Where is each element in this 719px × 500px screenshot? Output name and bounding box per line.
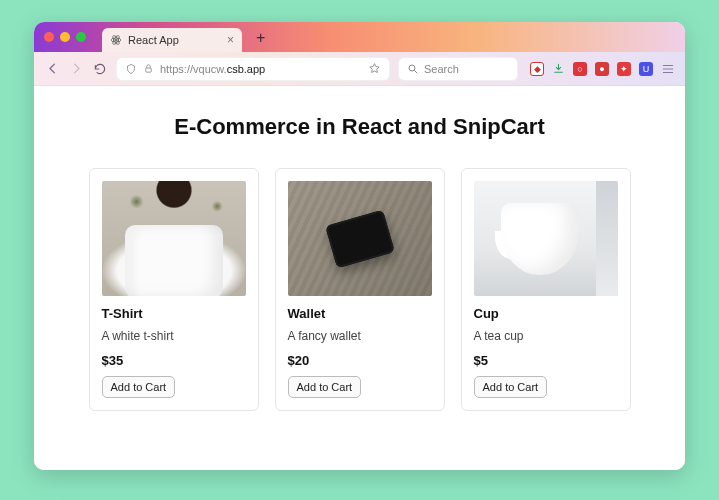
address-bar[interactable]: https://vqucw.csb.app xyxy=(116,57,390,81)
forward-button[interactable] xyxy=(68,61,84,77)
menu-icon[interactable] xyxy=(661,62,675,76)
product-image xyxy=(102,181,246,296)
react-favicon-icon xyxy=(110,34,122,46)
extensions: ◆ ○ ● ✦ U xyxy=(526,62,675,76)
product-name: Cup xyxy=(474,306,618,321)
new-tab-button[interactable]: + xyxy=(256,29,265,47)
product-price: $20 xyxy=(288,353,432,368)
page-title: E-Commerce in React and SnipCart xyxy=(174,114,544,140)
product-price: $35 xyxy=(102,353,246,368)
tab-title: React App xyxy=(128,34,179,46)
browser-tab[interactable]: React App × xyxy=(102,28,242,52)
svg-point-0 xyxy=(115,39,117,41)
adblock-icon[interactable]: ✦ xyxy=(617,62,631,76)
product-card: T-Shirt A white t-shirt $35 Add to Cart xyxy=(89,168,259,411)
product-card: Cup A tea cup $5 Add to Cart xyxy=(461,168,631,411)
add-to-cart-button[interactable]: Add to Cart xyxy=(102,376,176,398)
product-name: Wallet xyxy=(288,306,432,321)
titlebar: React App × + xyxy=(34,22,685,52)
add-to-cart-button[interactable]: Add to Cart xyxy=(288,376,362,398)
search-icon xyxy=(407,63,419,75)
download-icon[interactable] xyxy=(552,62,565,75)
extension-icon[interactable]: ○ xyxy=(573,62,587,76)
add-to-cart-button[interactable]: Add to Cart xyxy=(474,376,548,398)
product-image xyxy=(474,181,618,296)
product-name: T-Shirt xyxy=(102,306,246,321)
svg-point-5 xyxy=(409,65,415,71)
lock-icon xyxy=(143,63,154,74)
tab-close-icon[interactable]: × xyxy=(227,34,234,46)
bookmark-star-icon[interactable] xyxy=(368,62,381,75)
window-controls xyxy=(44,32,86,42)
toolbar: https://vqucw.csb.app Search ◆ ○ ● ✦ U xyxy=(34,52,685,86)
search-placeholder: Search xyxy=(424,63,459,75)
minimize-window-button[interactable] xyxy=(60,32,70,42)
svg-rect-4 xyxy=(146,68,152,72)
product-description: A fancy wallet xyxy=(288,329,432,343)
extension-icon[interactable]: ◆ xyxy=(530,62,544,76)
browser-window: React App × + https://vqucw.csb.app xyxy=(34,22,685,470)
product-description: A white t-shirt xyxy=(102,329,246,343)
extension-icon[interactable]: ● xyxy=(595,62,609,76)
maximize-window-button[interactable] xyxy=(76,32,86,42)
page-viewport: E-Commerce in React and SnipCart T-Shirt… xyxy=(34,86,685,470)
url-text: https://vqucw.csb.app xyxy=(160,63,265,75)
product-card: Wallet A fancy wallet $20 Add to Cart xyxy=(275,168,445,411)
product-grid: T-Shirt A white t-shirt $35 Add to Cart … xyxy=(58,168,661,411)
close-window-button[interactable] xyxy=(44,32,54,42)
product-price: $5 xyxy=(474,353,618,368)
shield-icon xyxy=(125,63,137,75)
product-description: A tea cup xyxy=(474,329,618,343)
search-box[interactable]: Search xyxy=(398,57,518,81)
extension-icon[interactable]: U xyxy=(639,62,653,76)
back-button[interactable] xyxy=(44,61,60,77)
product-image xyxy=(288,181,432,296)
reload-button[interactable] xyxy=(92,61,108,77)
